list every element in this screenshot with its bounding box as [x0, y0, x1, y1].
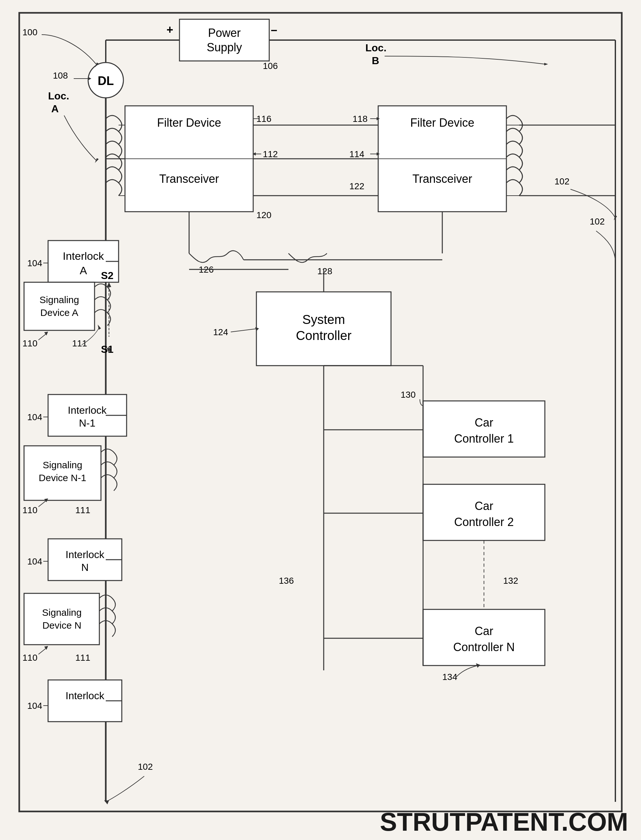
svg-text:111: 111 [75, 653, 90, 662]
svg-text:108: 108 [53, 71, 68, 81]
svg-text:Car: Car [475, 416, 493, 429]
svg-text:104: 104 [27, 701, 42, 711]
svg-text:N-1: N-1 [79, 417, 95, 429]
svg-text:+: + [166, 23, 173, 36]
svg-text:110: 110 [23, 653, 37, 662]
svg-text:Interlock: Interlock [63, 250, 104, 262]
svg-text:132: 132 [503, 576, 518, 586]
svg-text:Interlock: Interlock [68, 404, 107, 416]
svg-text:102: 102 [590, 216, 605, 226]
svg-text:120: 120 [256, 210, 271, 220]
diagram-container: Power Supply + – 106 DL 108 100 Loc. A L… [0, 0, 641, 840]
svg-rect-60 [24, 282, 95, 330]
svg-text:111: 111 [75, 505, 90, 515]
svg-text:Signaling: Signaling [42, 607, 81, 618]
svg-text:DL: DL [98, 74, 114, 87]
svg-text:Supply: Supply [207, 41, 242, 54]
svg-text:118: 118 [353, 114, 367, 124]
svg-text:124: 124 [213, 327, 228, 337]
svg-text:106: 106 [263, 61, 278, 71]
svg-text:130: 130 [401, 390, 416, 400]
svg-text:134: 134 [442, 672, 457, 682]
svg-text:Controller N: Controller N [453, 641, 515, 654]
svg-rect-2 [179, 19, 269, 61]
svg-text:Loc.: Loc. [366, 42, 387, 53]
svg-text:S2: S2 [101, 270, 113, 281]
svg-text:122: 122 [349, 181, 364, 191]
svg-text:–: – [271, 23, 277, 36]
svg-text:Transceiver: Transceiver [159, 172, 219, 186]
svg-text:102: 102 [554, 176, 570, 186]
svg-text:100: 100 [23, 27, 37, 37]
svg-text:B: B [372, 55, 379, 66]
svg-text:111: 111 [72, 338, 87, 348]
svg-text:A: A [51, 103, 59, 115]
svg-text:104: 104 [27, 556, 42, 566]
svg-text:112: 112 [263, 149, 278, 159]
svg-text:A: A [80, 264, 87, 276]
svg-text:Loc.: Loc. [48, 90, 69, 102]
svg-text:Filter Device: Filter Device [157, 116, 221, 129]
svg-text:Car: Car [475, 499, 493, 512]
svg-text:Device A: Device A [40, 307, 78, 318]
svg-text:Car: Car [475, 625, 493, 638]
svg-text:Controller 1: Controller 1 [454, 432, 514, 445]
svg-text:Interlock: Interlock [66, 549, 105, 561]
svg-text:System: System [302, 312, 345, 326]
svg-text:136: 136 [279, 576, 294, 586]
svg-text:Filter Device: Filter Device [410, 116, 474, 129]
watermark: STRUTPATENT.COM [380, 808, 628, 836]
svg-text:S1: S1 [101, 344, 113, 355]
svg-text:110: 110 [23, 338, 37, 348]
svg-rect-107 [24, 593, 99, 645]
svg-text:Signaling: Signaling [43, 460, 82, 470]
svg-text:Signaling: Signaling [39, 294, 79, 305]
svg-text:Power: Power [208, 26, 241, 39]
svg-text:Device N: Device N [42, 620, 81, 630]
svg-text:Device N-1: Device N-1 [39, 472, 86, 483]
svg-text:Transceiver: Transceiver [412, 172, 472, 186]
svg-text:104: 104 [27, 258, 42, 268]
svg-text:Interlock: Interlock [66, 690, 105, 701]
svg-text:102: 102 [138, 762, 153, 772]
svg-text:Controller 2: Controller 2 [454, 515, 514, 528]
svg-text:104: 104 [27, 412, 42, 422]
svg-text:Controller: Controller [296, 328, 351, 342]
svg-text:114: 114 [349, 149, 364, 159]
svg-text:128: 128 [317, 266, 332, 276]
svg-text:N: N [81, 562, 89, 573]
svg-text:110: 110 [23, 505, 37, 515]
